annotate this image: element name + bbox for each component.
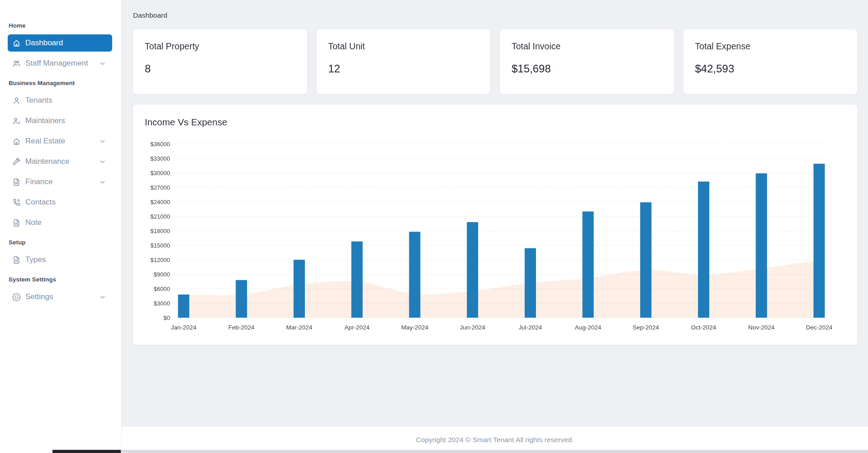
x-axis-tick-label: Nov-2024 — [748, 324, 775, 331]
y-axis-tick-label: $15000 — [151, 242, 170, 249]
x-axis-tick-label: Jul-2024 — [519, 324, 542, 331]
income-bar-jul-2024[interactable] — [525, 248, 536, 318]
income-bar-dec-2024[interactable] — [814, 164, 825, 318]
sidebar-item-label: Tenants — [25, 96, 52, 105]
income-bar-sep-2024[interactable] — [640, 202, 651, 318]
sidebar-item-label: Note — [25, 218, 42, 227]
stat-card-title: Total Invoice — [512, 41, 662, 51]
chart-title: Income Vs Expense — [145, 116, 845, 128]
chevron-down-icon — [99, 179, 106, 186]
income-expense-chart-card: Income Vs Expense $0$3000$6000$9000$1200… — [133, 105, 857, 345]
y-axis-tick-label: $9000 — [154, 271, 170, 278]
chevron-down-icon — [99, 138, 106, 145]
phone-icon — [12, 198, 21, 207]
stat-card-total-expense: Total Expense$42,593 — [683, 29, 858, 94]
gear-icon — [12, 293, 21, 301]
y-axis-tick-label: $6000 — [154, 286, 170, 292]
sidebar-item-label: Types — [25, 255, 46, 264]
footer: Copyright 2024 © Smart Tenant All rights… — [0, 427, 868, 453]
main-content: Dashboard Total Property8Total Unit12Tot… — [122, 0, 868, 453]
sidebar-item-real-estate[interactable]: Real Estate — [8, 133, 112, 150]
home-icon — [12, 137, 21, 146]
sidebar: HomeDashboardStaff ManagementBusiness Ma… — [0, 0, 122, 453]
home-icon — [12, 39, 21, 48]
sidebar-item-label: Maintainers — [25, 116, 65, 125]
income-bar-mar-2024[interactable] — [294, 260, 305, 318]
sidebar-item-finance[interactable]: Finance — [8, 173, 112, 191]
sidebar-item-maintainers[interactable]: Maintainers — [8, 112, 112, 129]
sidebar-item-note[interactable]: Note — [8, 214, 112, 231]
sidebar-item-label: Finance — [25, 177, 52, 186]
person-icon — [12, 96, 21, 105]
income-bar-jun-2024[interactable] — [467, 222, 478, 318]
sidebar-item-dashboard[interactable]: Dashboard — [8, 34, 112, 52]
x-axis-tick-label: Sep-2024 — [633, 324, 659, 331]
x-axis-tick-label: Dec-2024 — [806, 324, 833, 331]
income-bar-jan-2024[interactable] — [178, 295, 190, 318]
income-vs-expense-chart: $0$3000$6000$9000$12000$15000$18000$2100… — [145, 132, 845, 336]
x-axis-tick-label: Jun-2024 — [460, 324, 485, 331]
file-text-icon — [12, 219, 21, 227]
stat-card-value: $15,698 — [512, 62, 662, 75]
stat-card-title: Total Property — [145, 41, 295, 51]
horizontal-scrollbar-track[interactable] — [121, 450, 868, 453]
sidebar-item-types[interactable]: Types — [8, 251, 112, 268]
sidebar-section-label: Business Management — [9, 79, 112, 87]
sidebar-item-tenants[interactable]: Tenants — [8, 92, 112, 109]
y-axis-tick-label: $30000 — [151, 170, 170, 176]
sidebar-item-staff-management[interactable]: Staff Management — [8, 55, 112, 72]
income-bar-apr-2024[interactable] — [351, 242, 363, 318]
breadcrumb: Dashboard — [133, 0, 857, 19]
file-text-icon — [12, 178, 21, 186]
sidebar-item-maintenance[interactable]: Maintenance — [8, 153, 112, 170]
stat-card-title: Total Expense — [695, 41, 846, 51]
stat-card-value: $42,593 — [695, 62, 846, 75]
x-axis-tick-label: Jan-2024 — [171, 324, 197, 331]
horizontal-scrollbar — [0, 450, 868, 453]
people-icon — [12, 59, 21, 68]
x-axis-tick-label: Oct-2024 — [691, 324, 716, 331]
chart-x-axis-labels: Jan-2024Feb-2024Mar-2024Apr-2024May-2024… — [171, 324, 833, 331]
sidebar-item-label: Contacts — [25, 198, 56, 207]
horizontal-scrollbar-thumb[interactable] — [52, 450, 121, 453]
sidebar-item-label: Settings — [25, 292, 53, 301]
stat-card-value: 12 — [328, 62, 479, 75]
x-axis-tick-label: May-2024 — [401, 324, 429, 331]
sidebar-item-settings[interactable]: Settings — [8, 288, 112, 305]
stat-card-total-invoice: Total Invoice$15,698 — [500, 29, 674, 94]
chevron-down-icon — [99, 158, 106, 165]
y-axis-tick-label: $18000 — [151, 228, 170, 234]
wrench-icon — [12, 157, 21, 166]
y-axis-tick-label: $21000 — [151, 213, 170, 220]
y-axis-tick-label: $27000 — [151, 184, 170, 191]
income-bar-may-2024[interactable] — [409, 232, 420, 318]
income-bar-nov-2024[interactable] — [756, 173, 767, 318]
y-axis-tick-label: $12000 — [151, 257, 170, 263]
income-bar-oct-2024[interactable] — [698, 181, 709, 318]
y-axis-tick-label: $24000 — [151, 199, 170, 205]
x-axis-tick-label: Feb-2024 — [228, 324, 255, 331]
sidebar-item-label: Real Estate — [25, 137, 65, 146]
y-axis-tick-label: $36000 — [151, 141, 170, 148]
x-axis-tick-label: Mar-2024 — [286, 324, 313, 331]
stat-card-title: Total Unit — [328, 41, 479, 51]
sidebar-section-label: Setup — [9, 238, 112, 247]
stat-card-total-unit: Total Unit12 — [317, 29, 491, 94]
sidebar-item-label: Maintenance — [25, 157, 69, 166]
stat-card-value: 8 — [145, 62, 295, 75]
x-axis-tick-label: Aug-2024 — [575, 324, 602, 331]
x-axis-tick-label: Apr-2024 — [344, 324, 370, 331]
chevron-down-icon — [99, 294, 106, 300]
y-axis-tick-label: $3000 — [154, 300, 170, 307]
stat-card-total-property: Total Property8 — [133, 29, 307, 94]
chart-y-axis-labels: $0$3000$6000$9000$12000$15000$18000$2100… — [151, 141, 170, 321]
y-axis-tick-label: $33000 — [151, 155, 170, 162]
income-bar-aug-2024[interactable] — [583, 211, 594, 318]
sidebar-section-label: Home — [9, 22, 112, 30]
file-text-icon — [12, 256, 21, 264]
chevron-down-icon — [99, 60, 106, 67]
income-bar-feb-2024[interactable] — [236, 280, 247, 318]
sidebar-item-contacts[interactable]: Contacts — [8, 194, 112, 211]
expense-area-series — [184, 260, 819, 318]
copyright-text: Copyright 2024 © Smart Tenant All rights… — [416, 436, 574, 444]
